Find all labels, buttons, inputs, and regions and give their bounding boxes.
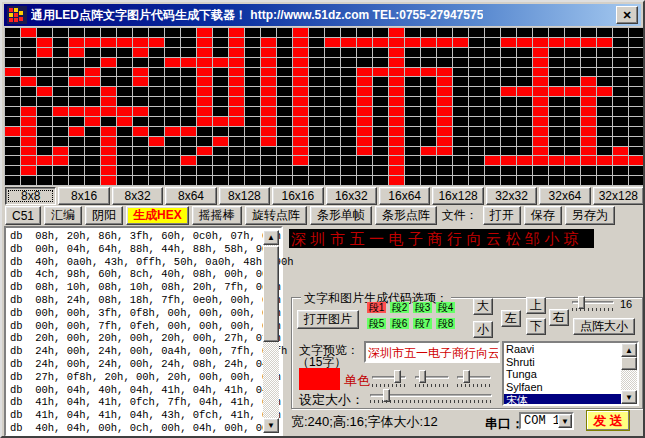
led-cell[interactable] — [309, 147, 324, 156]
led-cell[interactable] — [421, 97, 436, 106]
led-cell[interactable] — [373, 87, 388, 96]
led-cell[interactable] — [629, 68, 644, 77]
led-cell[interactable] — [421, 48, 436, 57]
led-cell[interactable] — [549, 147, 564, 156]
led-cell[interactable] — [437, 156, 452, 165]
led-cell[interactable] — [501, 156, 516, 165]
led-cell[interactable] — [597, 58, 612, 67]
scroll-thumb[interactable] — [621, 357, 637, 370]
led-cell[interactable] — [69, 97, 84, 106]
dot-matrix-size-button[interactable]: 点阵大小 — [573, 318, 635, 335]
led-cell[interactable] — [213, 176, 228, 185]
led-cell[interactable] — [533, 68, 548, 77]
led-cell[interactable] — [533, 28, 548, 37]
led-cell[interactable] — [597, 48, 612, 57]
led-cell[interactable] — [229, 38, 244, 47]
led-cell[interactable] — [485, 156, 500, 165]
led-cell[interactable] — [117, 58, 132, 67]
rgb-slider-3-thumb[interactable] — [463, 370, 470, 383]
led-cell[interactable] — [5, 127, 20, 136]
led-cell[interactable] — [341, 117, 356, 126]
led-cell[interactable] — [597, 147, 612, 156]
led-cell[interactable] — [517, 97, 532, 106]
led-cell[interactable] — [197, 68, 212, 77]
led-cell[interactable] — [293, 107, 308, 116]
led-cell[interactable] — [133, 68, 148, 77]
led-cell[interactable] — [53, 38, 68, 47]
led-cell[interactable] — [37, 28, 52, 37]
led-cell[interactable] — [133, 87, 148, 96]
led-cell[interactable] — [373, 147, 388, 156]
led-cell[interactable] — [149, 137, 164, 146]
led-cell[interactable] — [37, 77, 52, 86]
led-cell[interactable] — [341, 147, 356, 156]
move-right-button[interactable]: 右 — [549, 309, 569, 326]
led-cell[interactable] — [21, 77, 36, 86]
led-cell[interactable] — [53, 87, 68, 96]
led-cell[interactable] — [37, 97, 52, 106]
led-cell[interactable] — [485, 77, 500, 86]
led-cell[interactable] — [357, 77, 372, 86]
led-cell[interactable] — [213, 127, 228, 136]
toolbar-button[interactable]: 生成HEX — [126, 206, 189, 225]
led-cell[interactable] — [181, 58, 196, 67]
led-cell[interactable] — [245, 137, 260, 146]
toolbar-button[interactable]: 条形点阵 — [375, 206, 437, 225]
led-cell[interactable] — [245, 77, 260, 86]
led-cell[interactable] — [549, 166, 564, 175]
led-cell[interactable] — [565, 147, 580, 156]
led-cell[interactable] — [149, 87, 164, 96]
led-cell[interactable] — [293, 137, 308, 146]
led-cell[interactable] — [21, 156, 36, 165]
led-cell[interactable] — [629, 166, 644, 175]
preview-text-input[interactable]: 深圳市五一电子商行向云松邹小琼 — [364, 341, 500, 363]
led-cell[interactable] — [181, 156, 196, 165]
led-cell[interactable] — [85, 48, 100, 57]
led-cell[interactable] — [613, 87, 628, 96]
led-cell[interactable] — [69, 87, 84, 96]
led-cell[interactable] — [325, 147, 340, 156]
led-cell[interactable] — [293, 28, 308, 37]
led-cell[interactable] — [69, 166, 84, 175]
led-cell[interactable] — [629, 38, 644, 47]
led-cell[interactable] — [101, 28, 116, 37]
led-cell[interactable] — [21, 166, 36, 175]
led-cell[interactable] — [629, 107, 644, 116]
led-cell[interactable] — [117, 107, 132, 116]
led-cell[interactable] — [309, 97, 324, 106]
led-cell[interactable] — [565, 38, 580, 47]
led-cell[interactable] — [373, 127, 388, 136]
led-cell[interactable] — [149, 97, 164, 106]
led-cell[interactable] — [21, 28, 36, 37]
led-cell[interactable] — [405, 38, 420, 47]
led-cell[interactable] — [341, 107, 356, 116]
led-cell[interactable] — [517, 58, 532, 67]
save-button[interactable]: 保存 — [524, 206, 562, 225]
led-cell[interactable] — [437, 87, 452, 96]
led-cell[interactable] — [469, 176, 484, 185]
led-cell[interactable] — [533, 87, 548, 96]
led-cell[interactable] — [37, 48, 52, 57]
led-cell[interactable] — [533, 127, 548, 136]
color-swatch[interactable] — [299, 368, 340, 390]
led-cell[interactable] — [245, 176, 260, 185]
led-cell[interactable] — [53, 77, 68, 86]
led-cell[interactable] — [101, 38, 116, 47]
led-cell[interactable] — [37, 117, 52, 126]
led-cell[interactable] — [341, 58, 356, 67]
led-cell[interactable] — [469, 87, 484, 96]
led-cell[interactable] — [421, 166, 436, 175]
led-cell[interactable] — [485, 117, 500, 126]
led-cell[interactable] — [581, 176, 596, 185]
led-cell[interactable] — [85, 58, 100, 67]
led-cell[interactable] — [53, 48, 68, 57]
led-cell[interactable] — [597, 166, 612, 175]
led-cell[interactable] — [213, 48, 228, 57]
led-cell[interactable] — [309, 107, 324, 116]
led-cell[interactable] — [581, 156, 596, 165]
led-cell[interactable] — [597, 97, 612, 106]
led-cell[interactable] — [325, 117, 340, 126]
led-cell[interactable] — [101, 68, 116, 77]
led-cell[interactable] — [309, 58, 324, 67]
led-cell[interactable] — [549, 87, 564, 96]
